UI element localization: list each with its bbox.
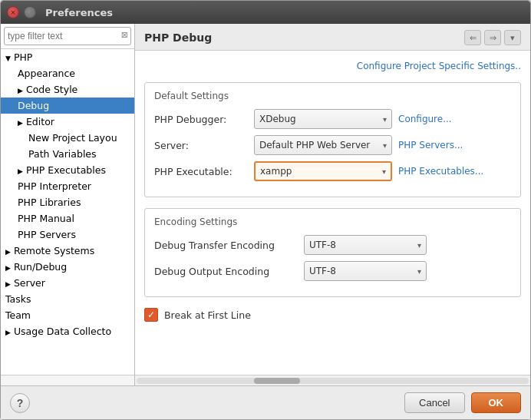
action-buttons: Cancel OK	[404, 392, 521, 413]
sidebar-item-usage-data-collector[interactable]: Usage Data Collecto	[1, 323, 134, 339]
debug-transfer-value: UTF-8	[309, 240, 336, 250]
php-debugger-arrow: ▾	[383, 115, 387, 124]
sidebar-item-run-debug[interactable]: Run/Debug	[1, 259, 134, 275]
php-debugger-label: PHP Debugger:	[154, 114, 254, 125]
server-arrow: ▾	[383, 141, 387, 150]
search-bar: ⊠	[1, 24, 134, 49]
title-bar: × Preferences	[1, 1, 530, 24]
debug-transfer-combo[interactable]: UTF-8 ▾	[304, 235, 427, 255]
search-input[interactable]	[4, 27, 131, 45]
server-control-area: Default PHP Web Server ▾ PHP Servers...	[254, 135, 511, 155]
php-servers-link[interactable]: PHP Servers...	[398, 140, 463, 150]
sidebar-item-tasks[interactable]: Tasks	[1, 291, 134, 307]
minimize-button[interactable]	[24, 6, 36, 18]
sidebar: ⊠ PHPAppearanceCode StyleDebugEditorNew …	[1, 24, 135, 385]
debug-output-combo[interactable]: UTF-8 ▾	[304, 261, 427, 281]
php-executable-combo[interactable]: xampp ▾	[254, 161, 392, 181]
panel-header: PHP Debug ⇐ ⇒ ▾	[135, 24, 530, 51]
configure-link[interactable]: Configure...	[398, 114, 452, 124]
server-combo[interactable]: Default PHP Web Server ▾	[254, 135, 392, 155]
cancel-button[interactable]: Cancel	[404, 392, 464, 413]
panel-title: PHP Debug	[144, 31, 212, 44]
nav-forward-button[interactable]: ⇒	[484, 30, 501, 45]
search-clear-icon[interactable]: ⊠	[121, 30, 128, 40]
nav-back-button[interactable]: ⇐	[464, 30, 481, 45]
debug-output-value: UTF-8	[309, 266, 336, 276]
panel-hscroll	[135, 375, 530, 385]
sidebar-scroll-bottom	[1, 375, 134, 385]
dialog-title: Preferences	[45, 7, 113, 18]
debug-output-label: Debug Output Encoding	[154, 266, 304, 277]
php-debugger-combo[interactable]: XDebug ▾	[254, 109, 392, 129]
sidebar-item-remote-systems[interactable]: Remote Systems	[1, 243, 134, 259]
break-first-line-row: Break at First Line	[144, 308, 521, 322]
sidebar-item-debug[interactable]: Debug	[1, 98, 134, 114]
debug-output-row: Debug Output Encoding UTF-8 ▾	[154, 261, 511, 281]
debug-transfer-arrow: ▾	[417, 241, 421, 250]
php-debugger-value: XDebug	[259, 114, 296, 124]
default-settings-section: Default Settings PHP Debugger: XDebug ▾ …	[144, 82, 521, 197]
sidebar-item-php-manual[interactable]: PHP Manual	[1, 210, 134, 227]
sidebar-item-php-servers[interactable]: PHP Servers	[1, 227, 134, 243]
php-executables-link[interactable]: PHP Executables...	[398, 166, 483, 177]
encoding-settings-label: Encoding Settings	[154, 217, 511, 227]
sidebar-item-php[interactable]: PHP	[1, 49, 134, 65]
panel-body: Configure Project Specific Settings.. De…	[135, 51, 530, 375]
right-panel: PHP Debug ⇐ ⇒ ▾ Configure Project Specif…	[135, 24, 530, 385]
bottom-bar: ? Cancel OK	[1, 385, 530, 419]
debug-transfer-row: Debug Transfer Encoding UTF-8 ▾	[154, 235, 511, 255]
sidebar-item-team[interactable]: Team	[1, 307, 134, 323]
tree: PHPAppearanceCode StyleDebugEditorNew Pr…	[1, 49, 134, 375]
php-debugger-control-area: XDebug ▾ Configure...	[254, 109, 511, 129]
default-settings-label: Default Settings	[154, 91, 511, 101]
debug-transfer-label: Debug Transfer Encoding	[154, 240, 304, 251]
php-executable-row: PHP Executable: xampp ▾ PHP Executables.…	[154, 161, 511, 181]
sidebar-item-path-variables[interactable]: Path Variables	[1, 146, 134, 162]
server-row: Server: Default PHP Web Server ▾ PHP Ser…	[154, 135, 511, 155]
php-executable-value: xampp	[260, 166, 292, 177]
break-first-line-checkbox[interactable]	[144, 308, 158, 322]
server-value: Default PHP Web Server	[259, 140, 370, 150]
php-executable-control-area: xampp ▾ PHP Executables...	[254, 161, 511, 181]
main-content: ⊠ PHPAppearanceCode StyleDebugEditorNew …	[1, 24, 530, 385]
close-button[interactable]: ×	[7, 6, 19, 18]
sidebar-item-php-interpreter[interactable]: PHP Interpreter	[1, 178, 134, 194]
preferences-dialog: × Preferences ⊠ PHPAppearanceCode StyleD…	[0, 0, 531, 420]
sidebar-item-php-libraries[interactable]: PHP Libraries	[1, 194, 134, 210]
hscroll-track[interactable]	[137, 378, 529, 384]
sidebar-item-php-executables[interactable]: PHP Executables	[1, 162, 134, 178]
php-executable-arrow: ▾	[382, 167, 386, 176]
debug-output-arrow: ▾	[417, 267, 421, 276]
break-first-line-label: Break at First Line	[164, 309, 251, 321]
php-debugger-row: PHP Debugger: XDebug ▾ Configure...	[154, 109, 511, 129]
configure-project-link-area: Configure Project Specific Settings..	[144, 60, 521, 71]
sidebar-item-code-style[interactable]: Code Style	[1, 81, 134, 98]
encoding-settings-section: Encoding Settings Debug Transfer Encodin…	[144, 208, 521, 297]
nav-dropdown-button[interactable]: ▾	[504, 30, 521, 45]
server-label: Server:	[154, 140, 254, 151]
configure-project-link[interactable]: Configure Project Specific Settings..	[357, 61, 521, 71]
sidebar-item-appearance[interactable]: Appearance	[1, 65, 134, 81]
hscroll-thumb[interactable]	[254, 378, 300, 384]
ok-button[interactable]: OK	[471, 392, 522, 413]
panel-nav: ⇐ ⇒ ▾	[464, 30, 521, 45]
php-executable-label: PHP Executable:	[154, 166, 254, 177]
help-button[interactable]: ?	[10, 393, 30, 413]
sidebar-item-new-project-layout[interactable]: New Project Layou	[1, 130, 134, 146]
sidebar-item-server[interactable]: Server	[1, 275, 134, 291]
sidebar-item-editor[interactable]: Editor	[1, 114, 134, 130]
